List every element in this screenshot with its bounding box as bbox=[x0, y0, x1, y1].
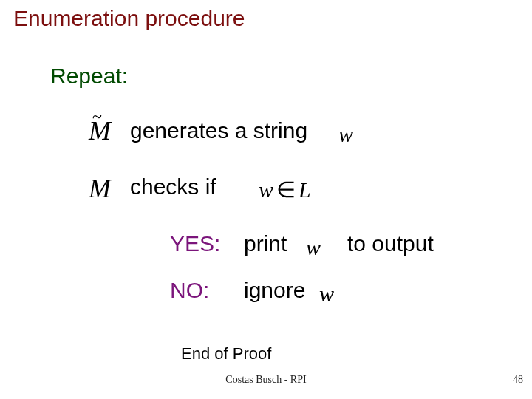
repeat-label: Repeat: bbox=[50, 64, 128, 89]
no-action: ignore bbox=[244, 278, 305, 303]
yes-label: YES: bbox=[170, 231, 220, 256]
symbol-w-expr: w bbox=[259, 177, 273, 202]
symbol-w-1: w bbox=[338, 122, 353, 147]
slide-title: Enumeration procedure bbox=[13, 6, 245, 31]
yes-tail: to output bbox=[347, 231, 434, 256]
expr-w-in-l: w∈L bbox=[259, 177, 311, 202]
text-generates: generates a string bbox=[130, 118, 307, 143]
slide: Enumeration procedure Repeat: ~ M genera… bbox=[0, 0, 532, 399]
symbol-l: L bbox=[299, 177, 311, 202]
symbol-m: M bbox=[89, 173, 111, 204]
text-checks: checks if bbox=[130, 174, 216, 200]
no-label: NO: bbox=[170, 278, 209, 303]
footer-author: Costas Busch - RPI bbox=[0, 374, 532, 386]
symbol-in: ∈ bbox=[273, 177, 299, 202]
symbol-m-tilde: M bbox=[89, 115, 111, 146]
end-of-proof: End of Proof bbox=[181, 344, 271, 364]
symbol-w-2: w bbox=[306, 235, 321, 260]
page-number: 48 bbox=[513, 374, 523, 386]
symbol-w-3: w bbox=[319, 282, 334, 307]
yes-action: print bbox=[244, 231, 287, 256]
